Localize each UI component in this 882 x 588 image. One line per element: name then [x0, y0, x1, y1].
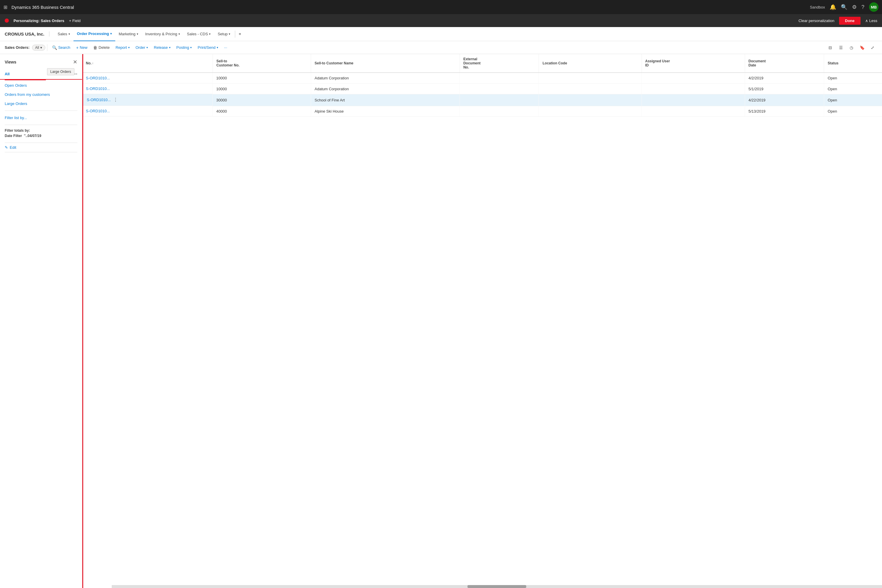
cell-6: 5/13/2019 — [745, 106, 824, 116]
col-customer-no[interactable]: Sell-toCustomer No. — [213, 54, 311, 73]
bookmark-icon[interactable]: 🔖 — [857, 43, 867, 52]
horizontal-scrollbar[interactable] — [112, 585, 882, 588]
help-icon[interactable]: ? — [861, 4, 864, 10]
sales-orders-table: No.↑ Sell-toCustomer No. Sell-to Custome… — [82, 54, 882, 117]
release-button[interactable]: Release ▾ — [151, 42, 174, 53]
sidebar-item-open-orders[interactable]: Open Orders — [0, 81, 82, 90]
expand-icon[interactable]: ⤢ — [868, 43, 877, 52]
chevron-up-icon: ∧ — [865, 18, 868, 23]
report-button[interactable]: Report ▾ — [112, 42, 133, 53]
top-bar: ⊞ Dynamics 365 Business Central Sandbox … — [0, 0, 882, 14]
cell-5 — [642, 106, 745, 116]
clear-personalization-button[interactable]: Clear personalization — [798, 18, 834, 23]
posting-button[interactable]: Posting ▾ — [174, 42, 195, 53]
filter-list-by[interactable]: Filter list by... — [0, 113, 82, 122]
nav-item-marketing[interactable]: Marketing ▾ — [115, 27, 142, 41]
filter-totals-label: Filter totals by: — [0, 127, 82, 133]
col-location[interactable]: Location Code — [539, 54, 642, 73]
done-button[interactable]: Done — [839, 17, 861, 25]
search-button[interactable]: 🔍 Search — [49, 42, 73, 53]
sidebar-divider — [5, 111, 77, 111]
cell-0[interactable]: S-ORD1010... — [82, 106, 213, 116]
delete-button[interactable]: 🗑 Delete — [90, 42, 112, 53]
search-icon[interactable]: 🔍 — [841, 4, 847, 10]
chevron-down-icon: ▾ — [146, 46, 148, 49]
company-name: CRONUS USA, Inc. — [5, 32, 50, 36]
order-button[interactable]: Order ▾ — [133, 42, 151, 53]
row-more-icon[interactable]: ⋮ — [112, 97, 119, 103]
environment-label: Sandbox — [810, 5, 825, 9]
filter-icon[interactable]: ⊟ — [825, 43, 835, 52]
settings-icon[interactable]: ⚙ — [852, 4, 857, 10]
cell-6: 5/1/2019 — [745, 84, 824, 94]
nav-item-setup[interactable]: Setup ▾ — [214, 27, 234, 41]
avatar[interactable]: MB — [869, 2, 879, 12]
sidebar-divider-4 — [5, 152, 77, 152]
sort-asc-icon: ↑ — [92, 62, 93, 65]
chevron-down-icon: ▾ — [178, 32, 180, 36]
chevron-down-icon: ▾ — [110, 32, 112, 35]
filter-all-pill[interactable]: All ▾ — [32, 45, 45, 51]
list-view-icon[interactable]: ☰ — [836, 43, 846, 52]
cell-1: 10000 — [213, 73, 311, 84]
col-doc-date[interactable]: DocumentDate — [745, 54, 824, 73]
sidebar-header: Views ✕ — [0, 59, 82, 69]
table-area: No.↑ Sell-toCustomer No. Sell-to Custome… — [82, 54, 882, 588]
chevron-down-icon: ▾ — [190, 46, 192, 49]
cell-1: 40000 — [213, 106, 311, 116]
sidebar-item-large-orders[interactable]: Large Orders — [0, 99, 82, 108]
table-header-row: No.↑ Sell-toCustomer No. Sell-to Custome… — [82, 54, 882, 73]
nav-divider — [235, 31, 235, 38]
less-button[interactable]: ∧ Less — [865, 18, 877, 23]
sidebar-item-orders-my-customers[interactable]: Orders from my customers — [0, 90, 82, 99]
personalize-bar: Personalizing: Sales Orders + Field Clea… — [0, 14, 882, 27]
cell-2: Adatum Corporation — [311, 84, 460, 94]
notification-icon[interactable]: 🔔 — [830, 4, 836, 10]
personalize-label: Personalizing: Sales Orders — [14, 18, 64, 23]
close-icon[interactable]: ✕ — [73, 59, 77, 65]
col-ext-doc[interactable]: ExternalDocumentNo. — [459, 54, 539, 73]
col-customer-name[interactable]: Sell-to Customer Name — [311, 54, 460, 73]
filter-date: Date Filter ''..04/07/19 — [0, 133, 82, 140]
sidebar-divider-2 — [5, 124, 77, 125]
cell-0[interactable]: S-ORD1010... — [82, 84, 213, 94]
sidebar-divider-3 — [5, 142, 77, 143]
app-title: Dynamics 365 Business Central — [12, 5, 807, 10]
cell-0[interactable]: S-ORD1010... — [82, 73, 213, 84]
cell-2: Alpine Ski House — [311, 106, 460, 116]
action-bar: Sales Orders: All ▾ 🔍 Search + New 🗑 Del… — [0, 41, 882, 54]
cell-6: 4/2/2019 — [745, 73, 824, 84]
cell-5 — [642, 94, 745, 106]
views-title: Views — [5, 60, 16, 64]
hamburger-icon[interactable]: ≡ — [236, 27, 243, 41]
nav-item-order-processing[interactable]: Order Processing ▾ — [74, 27, 115, 41]
nav-item-sales[interactable]: Sales ▾ — [54, 27, 74, 41]
sidebar: Views ✕ Large Orders All ⋯ Open Orders O… — [0, 54, 82, 588]
table-row[interactable]: S-ORD1010...10000Adatum Corporation5/1/2… — [82, 84, 882, 94]
more-button[interactable]: ··· — [221, 42, 230, 53]
action-bar-right: ⊟ ☰ ◷ 🔖 ⤢ — [825, 43, 877, 52]
trash-icon: 🗑 — [93, 45, 98, 50]
add-field-button[interactable]: + Field — [69, 18, 81, 23]
print-send-button[interactable]: Print/Send ▾ — [195, 42, 221, 53]
cell-0[interactable]: S-ORD1010...⋮ — [82, 94, 213, 106]
col-assigned-user[interactable]: Assigned UserID — [642, 54, 745, 73]
nav-item-inventory-pricing[interactable]: Inventory & Pricing ▾ — [142, 27, 183, 41]
nav-item-sales-cds[interactable]: Sales - CDS ▾ — [183, 27, 214, 41]
table-row[interactable]: S-ORD1010...10000Adatum Corporation4/2/2… — [82, 73, 882, 84]
table-row[interactable]: S-ORD1010...40000Alpine Ski House5/13/20… — [82, 106, 882, 116]
cell-1: 30000 — [213, 94, 311, 106]
table-row[interactable]: S-ORD1010...⋮30000School of Fine Art4/22… — [82, 94, 882, 106]
col-no[interactable]: No.↑ — [82, 54, 213, 73]
new-button[interactable]: + New — [73, 42, 90, 53]
cell-6: 4/22/2019 — [745, 94, 824, 106]
insights-icon[interactable]: ◷ — [847, 43, 856, 52]
chevron-down-icon: ▾ — [217, 46, 218, 49]
cell-7: Open — [824, 84, 882, 94]
grid-icon[interactable]: ⊞ — [3, 4, 8, 10]
col-status[interactable]: Status — [824, 54, 882, 73]
cell-4 — [539, 84, 642, 94]
edit-button[interactable]: ✎ Edit — [5, 145, 77, 150]
chevron-down-icon: ▾ — [69, 32, 70, 36]
scrollbar-thumb[interactable] — [468, 585, 526, 588]
